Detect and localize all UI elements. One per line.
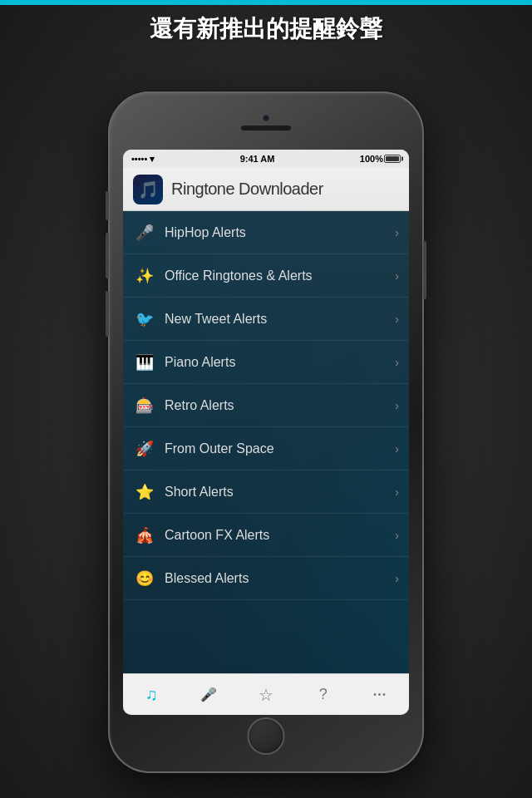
tab-bar: ♫ 🎤 ☆ ? ••• <box>123 673 409 715</box>
battery-percent: 100% <box>360 154 383 164</box>
list-item-chevron-retro: › <box>395 399 399 412</box>
wifi-icon: ▾ <box>150 154 155 165</box>
page-title: 還有新推出的提醒鈴聲 <box>0 15 532 43</box>
list-item-label-piano: Piano Alerts <box>165 355 395 370</box>
tab-star[interactable]: ☆ <box>241 685 291 705</box>
list-item-label-space: From Outer Space <box>165 441 395 456</box>
help-tab-icon: ? <box>319 686 328 703</box>
list-item-icon-cartoon: 🎪 <box>133 524 156 547</box>
tab-music[interactable]: ♫ <box>126 685 176 704</box>
list-item-icon-hiphop: 🎤 <box>133 221 156 244</box>
list-item-chevron-blessed: › <box>395 572 399 585</box>
list-item-icon-office: ✨ <box>133 264 156 288</box>
list-item-retro[interactable]: 🎰 Retro Alerts › <box>123 384 409 427</box>
status-left: ••••• ▾ <box>131 154 155 165</box>
star-tab-icon: ☆ <box>259 685 273 705</box>
battery-fill <box>386 156 399 161</box>
list-item-label-tweet: New Tweet Alerts <box>165 312 395 327</box>
phone-shell: ••••• ▾ 9:41 AM 100% 🎵 <box>108 91 424 773</box>
phone-screen: ••••• ▾ 9:41 AM 100% 🎵 <box>123 150 409 715</box>
ringtone-list: 🎤 HipHop Alerts › ✨ Office Ringtones & A… <box>123 211 409 715</box>
app-icon: 🎵 <box>133 175 163 204</box>
volume-down-button <box>106 291 109 337</box>
home-button[interactable] <box>248 717 285 755</box>
list-item-space[interactable]: 🚀 From Outer Space › <box>123 427 409 470</box>
volume-up-button <box>106 233 109 278</box>
list-item-chevron-office: › <box>395 269 399 283</box>
list-item-icon-blessed: 😊 <box>133 567 156 590</box>
list-item-chevron-short: › <box>395 485 399 499</box>
tab-help[interactable]: ? <box>298 686 348 703</box>
list-item-office[interactable]: ✨ Office Ringtones & Alerts › <box>123 254 409 298</box>
more-tab-icon: ••• <box>373 690 387 699</box>
phone-mockup: ••••• ▾ 9:41 AM 100% 🎵 <box>108 91 424 773</box>
list-item-blessed[interactable]: 😊 Blessed Alerts › <box>123 557 409 600</box>
power-button <box>423 241 426 299</box>
list-item-icon-short: ⭐ <box>133 480 156 504</box>
list-item-label-office: Office Ringtones & Alerts <box>165 268 395 283</box>
music-tab-icon: ♫ <box>145 685 158 704</box>
list-item-chevron-hiphop: › <box>395 226 399 239</box>
top-teal-bar <box>0 0 532 5</box>
list-item-chevron-piano: › <box>395 356 399 369</box>
ear-speaker <box>241 126 291 131</box>
list-item-icon-tweet: 🐦 <box>133 308 156 331</box>
mic-tab-icon: 🎤 <box>200 687 217 702</box>
app-header: 🎵 Ringtone Downloader <box>123 168 409 211</box>
list-item-label-hiphop: HipHop Alerts <box>165 225 395 240</box>
status-bar: ••••• ▾ 9:41 AM 100% <box>123 150 409 168</box>
app-title: Ringtone Downloader <box>171 180 323 199</box>
status-time: 9:41 AM <box>240 154 275 164</box>
tab-more[interactable]: ••• <box>356 690 406 699</box>
list-item-icon-space: 🚀 <box>133 437 156 461</box>
list-items-container: 🎤 HipHop Alerts › ✨ Office Ringtones & A… <box>123 211 409 600</box>
list-item-icon-retro: 🎰 <box>133 394 156 417</box>
list-item-chevron-cartoon: › <box>395 529 399 542</box>
phone-top-details <box>241 115 291 131</box>
battery-info: 100% <box>360 154 401 164</box>
list-item-hiphop[interactable]: 🎤 HipHop Alerts › <box>123 211 409 254</box>
list-item-short[interactable]: ⭐ Short Alerts › <box>123 470 409 514</box>
list-item-cartoon[interactable]: 🎪 Cartoon FX Alerts › <box>123 514 409 557</box>
list-item-label-blessed: Blessed Alerts <box>165 571 395 586</box>
list-item-tweet[interactable]: 🐦 New Tweet Alerts › <box>123 298 409 341</box>
signal-strength: ••••• <box>131 154 147 164</box>
list-item-icon-piano: 🎹 <box>133 351 156 374</box>
list-item-chevron-space: › <box>395 442 399 456</box>
battery-icon <box>384 155 401 163</box>
list-item-piano[interactable]: 🎹 Piano Alerts › <box>123 341 409 384</box>
list-item-label-retro: Retro Alerts <box>165 398 395 413</box>
front-camera <box>263 115 269 121</box>
list-item-label-short: Short Alerts <box>165 485 395 500</box>
list-item-chevron-tweet: › <box>395 313 399 326</box>
list-item-label-cartoon: Cartoon FX Alerts <box>165 528 395 543</box>
mute-switch <box>106 191 109 220</box>
tab-mic[interactable]: 🎤 <box>184 687 234 702</box>
